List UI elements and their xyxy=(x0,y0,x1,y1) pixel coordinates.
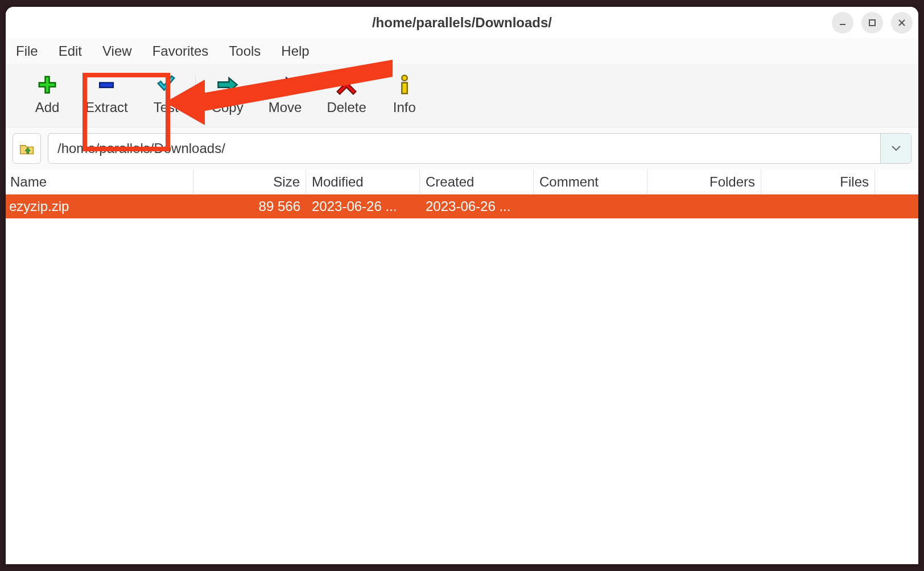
path-input[interactable] xyxy=(48,140,880,156)
info-icon xyxy=(394,76,415,94)
x-icon xyxy=(336,76,357,94)
cell-modified: 2023-06-26 ... xyxy=(306,195,420,218)
cell-files xyxy=(761,195,875,218)
pathbar xyxy=(6,127,918,169)
plus-icon xyxy=(36,76,58,94)
test-button[interactable]: Test xyxy=(141,71,192,120)
add-button[interactable]: Add xyxy=(22,71,73,120)
col-files[interactable]: Files xyxy=(761,169,875,194)
minimize-button[interactable] xyxy=(832,12,853,34)
move-button[interactable]: Move xyxy=(256,71,315,120)
chevron-down-icon xyxy=(892,146,901,151)
add-label: Add xyxy=(35,100,60,115)
menubar: File Edit View Favorites Tools Help xyxy=(6,39,918,64)
cell-created: 2023-06-26 ... xyxy=(420,195,534,218)
menu-favorites[interactable]: Favorites xyxy=(152,43,209,59)
check-icon xyxy=(155,76,177,94)
toolbar: Add Extract Test Copy Move xyxy=(6,64,918,127)
menu-view[interactable]: View xyxy=(102,43,132,59)
toolbar-separator xyxy=(195,76,196,115)
file-table: Name Size Modified Created Comment Folde… xyxy=(6,169,918,564)
titlebar: /home/parallels/Downloads/ xyxy=(6,7,918,39)
col-modified[interactable]: Modified xyxy=(306,169,420,194)
window-title: /home/parallels/Downloads/ xyxy=(372,15,552,31)
menu-tools[interactable]: Tools xyxy=(229,43,261,59)
maximize-icon xyxy=(868,18,877,27)
path-combobox[interactable] xyxy=(48,133,911,164)
table-header: Name Size Modified Created Comment Folde… xyxy=(6,169,918,195)
col-created[interactable]: Created xyxy=(420,169,534,194)
info-label: Info xyxy=(393,100,416,115)
copy-button[interactable]: Copy xyxy=(199,71,256,120)
menu-file[interactable]: File xyxy=(16,43,38,59)
maximize-button[interactable] xyxy=(861,12,883,34)
menu-help[interactable]: Help xyxy=(281,43,309,59)
cell-name: ezyzip.zip xyxy=(6,195,193,218)
close-button[interactable] xyxy=(891,12,913,34)
delete-label: Delete xyxy=(327,100,366,115)
info-button[interactable]: Info xyxy=(379,71,430,120)
cell-size: 89 566 xyxy=(193,195,306,218)
cell-comment xyxy=(534,195,647,218)
move-label: Move xyxy=(269,100,302,115)
window-controls xyxy=(832,12,913,34)
arrow-right-blue-icon xyxy=(274,76,296,94)
extract-button[interactable]: Extract xyxy=(73,71,141,120)
arrow-right-teal-icon xyxy=(217,76,238,94)
svg-rect-6 xyxy=(402,82,407,93)
svg-rect-1 xyxy=(869,20,875,26)
svg-rect-4 xyxy=(100,82,113,87)
close-icon xyxy=(897,18,906,27)
cell-folders xyxy=(647,195,761,218)
up-button[interactable] xyxy=(13,133,41,164)
delete-button[interactable]: Delete xyxy=(314,71,378,120)
minimize-icon xyxy=(838,18,847,27)
col-comment[interactable]: Comment xyxy=(534,169,647,194)
table-row[interactable]: ezyzip.zip 89 566 2023-06-26 ... 2023-06… xyxy=(6,195,918,218)
col-folders[interactable]: Folders xyxy=(647,169,761,194)
app-window: /home/parallels/Downloads/ File Edit Vie… xyxy=(6,7,918,564)
menu-edit[interactable]: Edit xyxy=(59,43,82,59)
svg-point-5 xyxy=(402,75,407,81)
copy-label: Copy xyxy=(212,100,244,115)
path-dropdown-button[interactable] xyxy=(880,134,911,163)
col-name[interactable]: Name xyxy=(6,169,193,194)
folder-up-icon xyxy=(19,140,35,156)
col-size[interactable]: Size xyxy=(193,169,306,194)
minus-icon xyxy=(96,76,117,94)
extract-label: Extract xyxy=(85,100,128,115)
test-label: Test xyxy=(154,100,179,115)
table-body: ezyzip.zip 89 566 2023-06-26 ... 2023-06… xyxy=(6,195,918,564)
